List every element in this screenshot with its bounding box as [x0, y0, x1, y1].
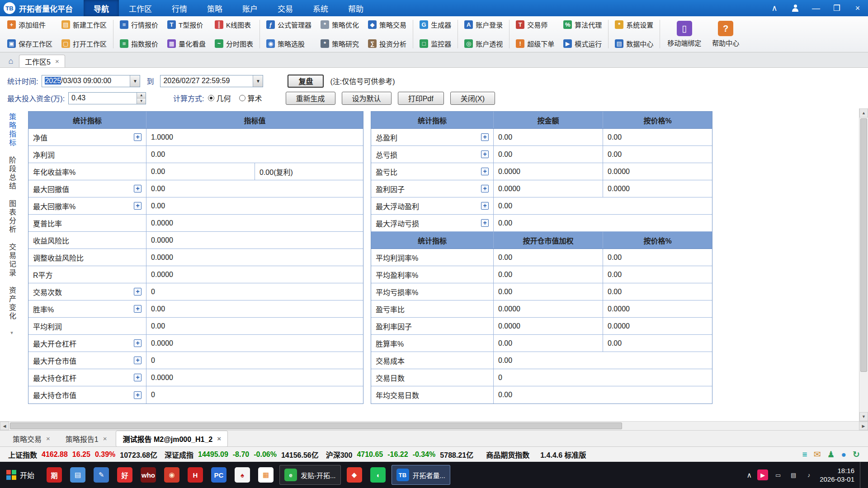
monitor-tool-button[interactable]: □监控器	[416, 38, 455, 50]
collapse-ribbon-icon[interactable]: ∧	[764, 0, 785, 16]
h-app[interactable]: H	[185, 465, 205, 485]
hao-app[interactable]: 好	[115, 465, 135, 485]
sync-icon[interactable]: ↻	[853, 450, 860, 459]
expand-plus-icon[interactable]: +	[481, 133, 489, 141]
report-tab-close-icon[interactable]: ×	[46, 435, 50, 442]
horizontal-scrollbar[interactable]: ◀ ▶	[0, 421, 868, 430]
files-app[interactable]: ▤	[68, 465, 88, 485]
start-time-combo[interactable]: 2025/03/03 09:00:00 ▼	[42, 75, 140, 87]
user-online-icon[interactable]: ♟	[827, 450, 835, 459]
scroll-down-icon[interactable]: ▼	[859, 412, 868, 421]
scroll-up-icon[interactable]: ▲	[859, 108, 868, 117]
browser-window[interactable]: e发贴-开拓...	[279, 465, 341, 485]
mode-run-button[interactable]: ▶模式运行	[560, 38, 605, 50]
flame-app[interactable]: ◆	[344, 465, 364, 485]
strategy-trade-button[interactable]: ◆策略交易	[364, 19, 410, 31]
tray-chevron-up-icon[interactable]: ∧	[747, 471, 752, 479]
end-time-dropdown-icon[interactable]: ▼	[253, 75, 263, 87]
tray-print-icon[interactable]: ▤	[788, 469, 799, 480]
side-tab-3[interactable]: 交易记录	[6, 243, 17, 277]
vertical-scroll-thumb[interactable]	[860, 118, 867, 372]
workspace-tab[interactable]: 工作区5 ×	[19, 55, 65, 67]
minimize-icon[interactable]: —	[806, 0, 826, 16]
generator-button[interactable]: G生成器	[416, 19, 455, 31]
formula-manager-button[interactable]: ƒ公式管理器	[263, 19, 315, 31]
side-tabs-more-icon[interactable]: ▾	[10, 330, 13, 336]
start-button[interactable]: 开始	[0, 462, 41, 488]
side-tab-0[interactable]: 策略指标	[6, 113, 17, 147]
who-app[interactable]: who	[138, 465, 158, 485]
expand-plus-icon[interactable]: +	[134, 339, 142, 347]
calc-option-0[interactable]: 几何	[208, 93, 231, 103]
help-center-button[interactable]: ?帮助中心	[707, 18, 745, 50]
notes-app[interactable]: ✎	[91, 465, 111, 485]
menu-item-7[interactable]: 帮助	[338, 0, 373, 16]
data-center-button[interactable]: ▤数据中心	[611, 38, 657, 50]
spin-up-icon[interactable]: ▲	[137, 93, 146, 99]
expand-plus-icon[interactable]: +	[134, 133, 142, 141]
pc-app[interactable]: PC	[209, 465, 229, 485]
expand-plus-icon[interactable]: +	[134, 185, 142, 192]
menu-item-3[interactable]: 策略	[197, 0, 232, 16]
spin-down-icon[interactable]: ▼	[137, 99, 146, 104]
t-quotes-button[interactable]: TT型报价	[164, 19, 209, 31]
expand-plus-icon[interactable]: +	[134, 357, 142, 364]
report-tab-1[interactable]: 策略报告1×	[59, 431, 113, 446]
invest-analysis-button[interactable]: ∑投资分析	[364, 38, 410, 50]
expand-plus-icon[interactable]: +	[134, 202, 142, 210]
intraday-chart-button[interactable]: ~分时图表	[211, 38, 257, 50]
form-button-3[interactable]: 关闭(X)	[450, 92, 495, 105]
side-tab-4[interactable]: 资产变化	[6, 286, 17, 321]
side-tab-1[interactable]: 阶段总结	[6, 156, 17, 191]
menu-item-1[interactable]: 工作区	[119, 0, 162, 16]
calc-option-1[interactable]: 算术	[239, 93, 262, 103]
expand-plus-icon[interactable]: +	[134, 288, 142, 296]
tray-display-icon[interactable]: ▭	[773, 469, 783, 480]
red-circle-app[interactable]: ◉	[162, 465, 182, 485]
menu-item-4[interactable]: 账户	[232, 0, 268, 16]
show-desktop-button[interactable]	[860, 462, 863, 488]
form-button-2[interactable]: 打印Pdf	[398, 92, 444, 105]
report-tab-close-icon[interactable]: ×	[217, 435, 221, 442]
report-tab-2[interactable]: 测试报告 M2@jm000_H1_2×	[116, 431, 228, 447]
message-icon[interactable]: ●	[841, 450, 846, 459]
account-login-button[interactable]: A账户登录	[461, 19, 506, 31]
scroll-right-icon[interactable]: ▶	[859, 422, 868, 430]
maximize-icon[interactable]: ❐	[826, 0, 847, 16]
super-order-button[interactable]: !超级下单	[512, 38, 558, 50]
close-icon[interactable]: ×	[847, 0, 868, 16]
home-icon[interactable]: ⌂	[3, 55, 19, 67]
form-button-1[interactable]: 设为默认	[342, 92, 392, 105]
end-time-combo[interactable]: 2026/02/27 22:59:59 ▼	[160, 75, 263, 87]
workspace-tab-close-icon[interactable]: ×	[55, 57, 59, 65]
start-time-dropdown-icon[interactable]: ▼	[130, 75, 140, 87]
new-workspace-button[interactable]: ▤新建工作区	[58, 19, 110, 31]
system-settings-button[interactable]: *系统设置	[611, 19, 657, 31]
replay-button[interactable]: 复盘	[288, 75, 324, 88]
report-tab-0[interactable]: 策略交易×	[6, 431, 57, 446]
expand-plus-icon[interactable]: +	[134, 305, 142, 313]
expand-plus-icon[interactable]: +	[134, 374, 142, 381]
menu-item-6[interactable]: 系统	[303, 0, 338, 16]
kline-chart-button[interactable]: ║K线图表	[211, 19, 257, 31]
account-view-button[interactable]: ◎账户透视	[461, 38, 506, 50]
photos-app[interactable]: ▦	[256, 465, 276, 485]
tray-volume-icon[interactable]: ♪	[803, 469, 814, 480]
strategy-optimize-button[interactable]: *策略优化	[317, 19, 363, 31]
market-feed-icon[interactable]: ≡	[802, 450, 807, 459]
menu-item-5[interactable]: 交易	[268, 0, 303, 16]
index-quotes-button[interactable]: ≡指数报价	[116, 38, 162, 50]
menu-item-0[interactable]: 导航	[84, 0, 119, 16]
trader-button[interactable]: T交易师	[512, 19, 558, 31]
tray-media-icon[interactable]: ▶	[757, 469, 768, 480]
expand-plus-icon[interactable]: +	[481, 202, 489, 210]
cards-app[interactable]: ♠	[232, 465, 252, 485]
open-workspace-button[interactable]: ▢打开工作区	[58, 38, 110, 50]
strategy-research-button[interactable]: *策略研究	[317, 38, 363, 50]
quant-watch-button[interactable]: ▦量化看盘	[164, 38, 209, 50]
report-tab-close-icon[interactable]: ×	[103, 435, 107, 442]
expand-plus-icon[interactable]: +	[134, 391, 142, 399]
market-quotes-button[interactable]: ≡行情报价	[116, 19, 162, 31]
expand-plus-icon[interactable]: +	[481, 185, 489, 192]
menu-item-2[interactable]: 行情	[162, 0, 197, 16]
